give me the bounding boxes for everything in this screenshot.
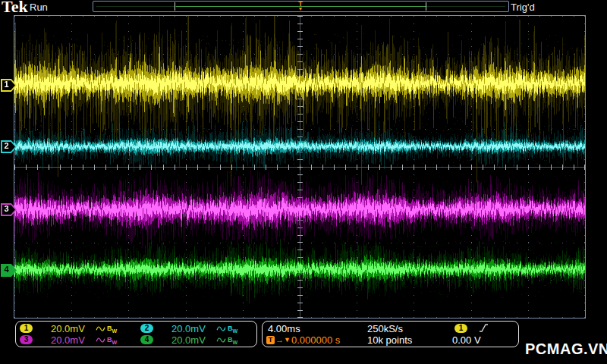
channel-2-marker-label: 2 xyxy=(1,141,12,150)
rising-edge-slope-icon xyxy=(478,322,489,333)
bandwidth-limit-icon: BW xyxy=(228,336,237,345)
ac-coupling-icon xyxy=(96,325,105,332)
down-triangle-icon: ▼ xyxy=(284,336,291,344)
waveform-canvas xyxy=(14,16,585,318)
watermark: PCMAG.VN xyxy=(525,340,607,358)
channel-2-coupling-icons: BW xyxy=(216,325,237,334)
channel-2-position-marker: 2 xyxy=(1,140,17,153)
channel-4-marker-label: 4 xyxy=(1,265,12,274)
record-length: 10k points xyxy=(367,334,412,346)
horizontal-scale: 4.00ms xyxy=(268,323,300,334)
channel-3-position-marker: 3 xyxy=(1,203,17,216)
record-window-right-bracket xyxy=(426,2,426,11)
record-view-bar: T ▼ xyxy=(93,1,509,12)
ac-coupling-icon xyxy=(96,337,105,344)
channel-2-badge: 2 xyxy=(140,324,153,333)
bandwidth-limit-icon: BW xyxy=(228,325,237,334)
channel-3-coupling-icons: BW xyxy=(96,336,117,345)
channel-4-position-marker: 4 xyxy=(1,264,17,277)
trigger-level: 0.00 V xyxy=(452,334,481,346)
channel-4-badge: 4 xyxy=(140,335,153,344)
channel-3-marker-label: 3 xyxy=(1,204,12,213)
trigger-source-badge: 1 xyxy=(454,324,467,333)
channel-3-badge: 3 xyxy=(20,335,33,344)
channel-readout-box: 1 20.0mV BW 2 20.0mV BW 3 20.0mV BW 4 20… xyxy=(15,321,257,347)
trigger-delay-readout: T → ▼ 0.000000 s xyxy=(266,334,340,346)
ac-coupling-icon xyxy=(216,325,226,332)
channel-1-coupling-icons: BW xyxy=(96,325,117,334)
waveform-display xyxy=(14,15,586,318)
channel-1-badge: 1 xyxy=(20,324,33,333)
record-window-left-bracket xyxy=(175,2,175,11)
ac-coupling-icon xyxy=(216,337,226,344)
channel-3-scale: 20.0mV xyxy=(51,334,85,346)
horizontal-trigger-readout-box: 4.00ms 250kS/s 1 T → ▼ 0.000000 s 10k po… xyxy=(262,321,519,347)
trigger-status: Trig'd xyxy=(511,2,535,13)
down-arrow-icon: ▼ xyxy=(296,7,305,11)
channel-4-coupling-icons: BW xyxy=(216,336,237,345)
acquisition-status: Run xyxy=(30,2,48,13)
right-arrow-icon: → xyxy=(275,336,284,344)
trigger-t-icon: T xyxy=(266,336,275,344)
bandwidth-limit-icon: BW xyxy=(107,336,117,345)
channel-1-position-marker: 1 xyxy=(1,79,17,92)
channel-2-scale: 20.0mV xyxy=(171,323,206,334)
record-trigger-position-icon: T ▼ xyxy=(296,1,305,11)
channel-1-scale: 20.0mV xyxy=(51,323,85,334)
trigger-delay-value: 0.000000 s xyxy=(291,334,340,346)
tek-logo: Tek xyxy=(2,0,28,17)
channel-1-marker-label: 1 xyxy=(1,80,12,89)
sample-rate: 250kS/s xyxy=(367,323,403,334)
oscilloscope-screen: Tek Run T ▼ Trig'd T 1 2 3 xyxy=(0,0,607,364)
channel-4-scale: 20.0mV xyxy=(171,334,206,346)
bandwidth-limit-icon: BW xyxy=(107,325,117,334)
